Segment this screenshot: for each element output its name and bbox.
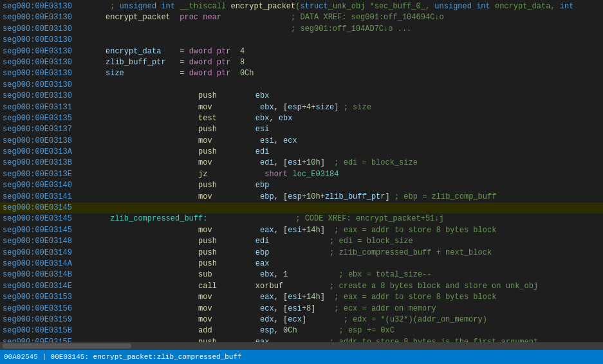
scrollbar-area[interactable] xyxy=(0,342,603,350)
code-line: seg000:00E03159 mov edx, [ecx] ; edx = *… xyxy=(0,314,603,325)
address: seg000:00E03145 xyxy=(3,225,106,236)
code-line: seg000:00E0314E call xorbuf ; create a 8… xyxy=(0,281,603,292)
code-line: seg000:00E03130 zlib_buff_ptr = dword pt… xyxy=(0,57,603,68)
address: seg000:00E0314E xyxy=(3,281,106,292)
code-line: seg000:00E0315E push eax ; addr to store… xyxy=(0,337,603,342)
address: seg000:00E03135 xyxy=(3,113,106,124)
code-line: seg000:00E03137 push esi xyxy=(0,124,603,135)
code-line: seg000:00E0313E jz short loc_E03184 xyxy=(0,169,603,180)
code-line-highlighted: seg000:00E03145 xyxy=(0,203,603,214)
code-line: seg000:00E03130 push ebx xyxy=(0,91,603,102)
code-line: seg000:00E03138 mov esi, ecx xyxy=(0,136,603,147)
address: seg000:00E03137 xyxy=(3,124,106,135)
address: seg000:00E03145 xyxy=(3,214,106,224)
code-line: seg000:00E03149 push ebp ; zlib_compress… xyxy=(0,248,603,259)
code-line: seg000:00E03156 mov ecx, [esi+8] ; ecx =… xyxy=(0,304,603,314)
address: seg000:00E03130 xyxy=(3,91,106,102)
code-line: seg000:00E0315B add esp, 0Ch ; esp += 0x… xyxy=(0,325,603,336)
code-line: seg000:00E03130 ; unsigned int __thiscal… xyxy=(0,1,603,12)
address: seg000:00E03159 xyxy=(3,314,106,325)
address: seg000:00E03141 xyxy=(3,192,106,203)
address: seg000:00E03130 xyxy=(3,1,106,12)
address: seg000:00E03130 xyxy=(3,46,106,57)
address: seg000:00E03140 xyxy=(3,180,106,191)
status-text: 00A02545 | 00E03145: encrypt_packet:zlib… xyxy=(4,353,242,361)
status-bar: 00A02545 | 00E03145: encrypt_packet:zlib… xyxy=(0,350,603,364)
address: seg000:00E0315B xyxy=(3,325,106,336)
address: seg000:00E0314B xyxy=(3,269,106,280)
code-line: seg000:00E03131 mov ebx, [esp+4+size] ; … xyxy=(0,102,603,113)
address: seg000:00E03148 xyxy=(3,236,106,247)
code-line: seg000:00E03130 ; seg001:off_104AD7C↓o .… xyxy=(0,24,603,35)
code-line: seg000:00E03130 encrypt_packet proc near… xyxy=(0,12,603,23)
address: seg000:00E03131 xyxy=(3,102,106,113)
code-line: seg000:00E03145 zlib_compressed_buff: ; … xyxy=(0,214,603,224)
code-line: seg000:00E03148 push edi ; edi = block_s… xyxy=(0,236,603,247)
address: seg000:00E03149 xyxy=(3,248,106,259)
code-line: seg000:00E0313A push edi xyxy=(0,147,603,158)
code-line: seg000:00E0313B mov edi, [esi+10h] ; edi… xyxy=(0,158,603,168)
code-line: seg000:00E03141 mov ebp, [esp+10h+zlib_b… xyxy=(0,192,603,203)
address: seg000:00E03138 xyxy=(3,136,106,147)
address: seg000:00E03145 xyxy=(3,203,106,214)
code-line: seg000:00E03135 test ebx, ebx xyxy=(0,113,603,124)
address: seg000:00E0315E xyxy=(3,337,106,342)
address: seg000:00E03130 xyxy=(3,12,106,23)
address: seg000:00E03153 xyxy=(3,292,106,303)
address: seg000:00E03130 xyxy=(3,57,106,68)
code-line: seg000:00E03140 push ebp xyxy=(0,180,603,191)
address: seg000:00E03130 xyxy=(3,80,106,91)
address: seg000:00E03156 xyxy=(3,304,106,314)
code-line: seg000:00E03145 mov eax, [esi+14h] ; eax… xyxy=(0,225,603,236)
address: seg000:00E03130 xyxy=(3,24,106,35)
code-line: seg000:00E0314B sub ebx, 1 ; ebx = total… xyxy=(0,269,603,280)
address: seg000:00E03130 xyxy=(3,68,106,79)
address: seg000:00E0314A xyxy=(3,259,106,269)
code-line: seg000:00E03130 xyxy=(0,35,603,46)
code-line: seg000:00E03130 size = dword ptr 0Ch xyxy=(0,68,603,79)
scrollbar-thumb[interactable] xyxy=(3,343,131,349)
code-line: seg000:00E03130 encrypt_data = dword ptr… xyxy=(0,46,603,57)
code-line: seg000:00E0314A push eax xyxy=(0,259,603,269)
address: seg000:00E0313E xyxy=(3,169,106,180)
code-line: seg000:00E03130 xyxy=(0,80,603,91)
code-line: seg000:00E03153 mov eax, [esi+14h] ; eax… xyxy=(0,292,603,303)
address: seg000:00E0313B xyxy=(3,158,106,168)
address: seg000:00E03130 xyxy=(3,35,106,46)
address: seg000:00E0313A xyxy=(3,147,106,158)
disassembly-view: seg000:00E03130 ; unsigned int __thiscal… xyxy=(0,0,603,342)
